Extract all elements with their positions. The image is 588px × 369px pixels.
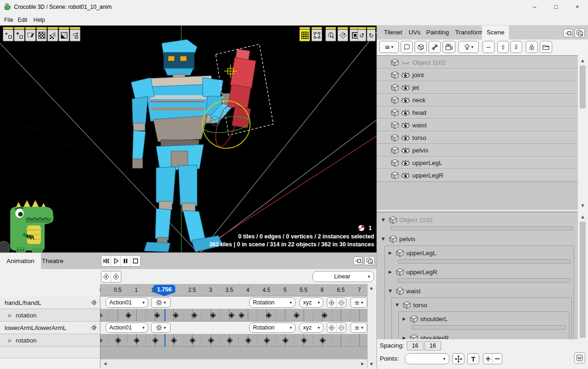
- minimize-button[interactable]: –: [524, 0, 545, 14]
- keyframe-diamond[interactable]: ◈: [264, 335, 270, 344]
- viewport-canvas[interactable]: [0, 26, 377, 252]
- keyframe-diamond[interactable]: ◈: [210, 310, 216, 319]
- keyframe-diamond[interactable]: ◈: [245, 335, 251, 344]
- lock-icon[interactable]: [526, 41, 538, 53]
- spacing-x-input[interactable]: [407, 341, 423, 350]
- scene-object-row[interactable]: waist: [377, 119, 578, 132]
- spray-tool-button[interactable]: [47, 29, 58, 41]
- track-menu-button[interactable]: ≡▾: [350, 297, 367, 308]
- scene-object-row[interactable]: upperLegL: [377, 157, 578, 169]
- stop-icon[interactable]: [131, 256, 140, 266]
- tab-animation[interactable]: Animation: [0, 253, 41, 269]
- keyframe-diamond[interactable]: ◈: [293, 310, 299, 319]
- track-link-icon[interactable]: [91, 325, 97, 330]
- shade-tool-button[interactable]: [59, 29, 69, 41]
- expand-caret-icon[interactable]: ▶: [8, 313, 12, 318]
- tree-node-row[interactable]: ▶upperLegR: [387, 266, 573, 277]
- robot-model[interactable]: [131, 40, 235, 252]
- keyframe-diamond[interactable]: ◈: [265, 310, 271, 319]
- add-keyframe-icon[interactable]: [327, 323, 337, 332]
- scroll-up-icon[interactable]: ▲: [578, 57, 587, 64]
- keyframe-diamond[interactable]: ◈: [208, 335, 214, 344]
- keyframe-diamond[interactable]: ◈: [228, 310, 234, 319]
- add-point-button[interactable]: [483, 354, 493, 364]
- tree-drop-bar[interactable]: [391, 226, 573, 231]
- keyframe-diamond[interactable]: ◈: [115, 335, 121, 344]
- orbit-button[interactable]: [325, 29, 336, 41]
- add-camera-icon[interactable]: [443, 41, 456, 53]
- tree-node-row[interactable]: ▶shoulderL: [401, 313, 568, 324]
- scene-object-row[interactable]: joint: [377, 69, 578, 81]
- tree-drop-bar[interactable]: [398, 259, 571, 264]
- visibility-eye-icon[interactable]: [401, 135, 410, 141]
- remove-point-button[interactable]: [493, 354, 502, 364]
- selected-object[interactable]: [216, 44, 273, 135]
- scene-menu-button[interactable]: ≡▾: [379, 41, 399, 53]
- skip-start-icon[interactable]: [101, 256, 111, 266]
- tree-node-row[interactable]: ▼torso: [394, 299, 570, 310]
- play-icon[interactable]: [111, 256, 121, 266]
- track-row-label[interactable]: handL/handL: [0, 297, 100, 309]
- tree-node-row[interactable]: ▼Object 1102: [380, 214, 575, 225]
- points-tool-button[interactable]: [14, 29, 25, 41]
- pause-icon[interactable]: [121, 256, 131, 266]
- rotate-tile-tool-button[interactable]: [70, 29, 80, 41]
- add-light-button[interactable]: ▾: [458, 41, 479, 53]
- keyframe-diamond[interactable]: ◈: [238, 310, 244, 319]
- visibility-eye-closed-icon[interactable]: [401, 59, 410, 66]
- keyframe-diamond[interactable]: ◈: [321, 310, 327, 319]
- visibility-eye-icon[interactable]: [401, 172, 410, 179]
- keyframe-diamond[interactable]: ◈: [100, 335, 103, 344]
- keyframe-diamond[interactable]: ◈: [301, 335, 307, 344]
- action-settings-button[interactable]: ▾: [151, 323, 171, 333]
- keyframe-diamond[interactable]: ◈: [133, 335, 139, 344]
- tree-caret-icon[interactable]: ▼: [389, 289, 394, 293]
- visibility-eye-icon[interactable]: [401, 122, 410, 129]
- action-select[interactable]: Action01▾: [106, 323, 148, 333]
- scene-object-row[interactable]: Object 1102: [377, 56, 578, 69]
- remove-keyframe-icon[interactable]: [337, 298, 346, 307]
- keyframe-diamond[interactable]: ◈: [189, 335, 195, 344]
- visibility-eye-icon[interactable]: [401, 110, 410, 116]
- orbit-ball[interactable]: [0, 241, 10, 252]
- channel-row-label[interactable]: ▶ rotation: [0, 309, 100, 322]
- tab-scene[interactable]: Scene: [482, 26, 509, 40]
- folder-icon[interactable]: [540, 41, 552, 53]
- keyframe-diamond[interactable]: ◈: [152, 335, 158, 344]
- add-object-icon[interactable]: [415, 41, 427, 53]
- channel-select[interactable]: Rotation▾: [249, 297, 296, 308]
- tree-caret-icon[interactable]: ▼: [382, 217, 387, 222]
- tab-tileset[interactable]: Tileset: [379, 26, 407, 40]
- scroll-up-icon[interactable]: ▲: [370, 286, 373, 290]
- scene-list-scrollbar[interactable]: ▲ ▼: [578, 56, 587, 210]
- timeline-v-scrollbar[interactable]: ▲ ▼: [367, 284, 377, 368]
- playhead-line[interactable]: [165, 334, 165, 346]
- channel-select[interactable]: Rotation▾: [249, 323, 296, 333]
- popout-panel-icon[interactable]: [575, 28, 585, 38]
- tree-node-row[interactable]: ▶upperLegL: [387, 247, 573, 258]
- scene-object-row[interactable]: head: [377, 106, 578, 119]
- remove-button[interactable]: −: [482, 41, 495, 53]
- channel-row-label[interactable]: ▶ rotation: [0, 334, 100, 347]
- tree-caret-icon[interactable]: ▼: [382, 237, 387, 241]
- keyframe-diamond[interactable]: ◈: [282, 335, 288, 344]
- track-menu-button[interactable]: ≡▾: [350, 323, 367, 333]
- keyframe-diamond[interactable]: ◈: [172, 310, 178, 319]
- tile-draw-tool-button[interactable]: [25, 29, 36, 41]
- playhead-line[interactable]: [165, 309, 165, 321]
- visibility-eye-icon[interactable]: [401, 97, 410, 104]
- scroll-down-icon[interactable]: ▼: [578, 202, 587, 209]
- pin-panel-icon[interactable]: [353, 257, 363, 265]
- keyframe-track[interactable]: ◈◈◈◈◈◈◈◈◈◈◈◈◈: [100, 334, 367, 347]
- points-select[interactable]: ▾: [405, 353, 449, 364]
- tree-caret-icon[interactable]: ▶: [389, 270, 394, 274]
- next-keyframe-icon[interactable]: [111, 271, 121, 282]
- redo-button[interactable]: ↻: [367, 29, 376, 41]
- tree-node-row[interactable]: ▼pelvis: [380, 233, 575, 244]
- timeline-h-scrollbar[interactable]: ◀ ▶: [100, 359, 367, 368]
- scroll-up-icon[interactable]: ▲: [578, 213, 587, 220]
- pattern-tool-button[interactable]: [36, 29, 47, 41]
- action-settings-button[interactable]: ▾: [151, 297, 171, 308]
- menu-help[interactable]: Help: [31, 16, 47, 24]
- close-button[interactable]: ×: [567, 0, 588, 14]
